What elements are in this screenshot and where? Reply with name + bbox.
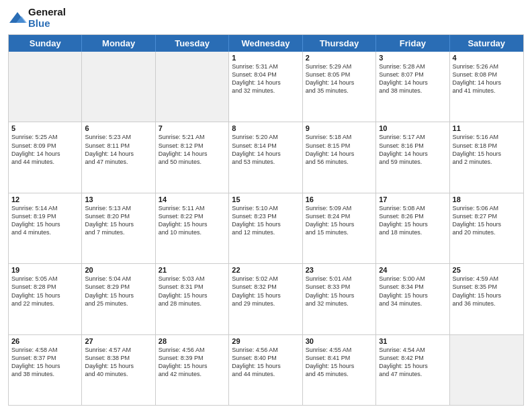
day-cell-4: 4Sunrise: 5:26 AM Sunset: 8:08 PM Daylig… [450, 52, 523, 122]
day-cell-15: 15Sunrise: 5:10 AM Sunset: 8:23 PM Dayli… [229, 193, 302, 263]
calendar-header: SundayMondayTuesdayWednesdayThursdayFrid… [9, 35, 523, 52]
day-number: 31 [379, 337, 446, 345]
day-cell-3: 3Sunrise: 5:28 AM Sunset: 8:07 PM Daylig… [376, 52, 449, 122]
day-info: Sunrise: 5:14 AM Sunset: 8:19 PM Dayligh… [11, 204, 79, 237]
day-number: 13 [85, 195, 152, 203]
day-number: 29 [232, 337, 299, 345]
day-info: Sunrise: 5:11 AM Sunset: 8:22 PM Dayligh… [159, 204, 226, 237]
day-number: 25 [453, 266, 521, 274]
day-cell-25: 25Sunrise: 4:59 AM Sunset: 8:35 PM Dayli… [450, 264, 523, 334]
day-info: Sunrise: 4:57 AM Sunset: 8:38 PM Dayligh… [85, 346, 152, 379]
day-info: Sunrise: 4:56 AM Sunset: 8:40 PM Dayligh… [232, 346, 299, 379]
weekday-header-monday: Monday [82, 35, 155, 52]
empty-cell-0-2 [156, 52, 229, 122]
day-cell-1: 1Sunrise: 5:31 AM Sunset: 8:04 PM Daylig… [229, 52, 302, 122]
day-info: Sunrise: 5:20 AM Sunset: 8:14 PM Dayligh… [232, 133, 299, 166]
day-cell-6: 6Sunrise: 5:23 AM Sunset: 8:11 PM Daylig… [82, 122, 155, 192]
day-info: Sunrise: 4:56 AM Sunset: 8:39 PM Dayligh… [159, 346, 226, 379]
day-info: Sunrise: 4:59 AM Sunset: 8:35 PM Dayligh… [453, 275, 521, 308]
weekday-header-friday: Friday [376, 35, 449, 52]
day-info: Sunrise: 5:09 AM Sunset: 8:24 PM Dayligh… [306, 204, 373, 237]
day-info: Sunrise: 5:01 AM Sunset: 8:33 PM Dayligh… [306, 275, 373, 308]
day-number: 26 [11, 337, 79, 345]
day-info: Sunrise: 4:58 AM Sunset: 8:37 PM Dayligh… [11, 346, 79, 379]
day-cell-11: 11Sunrise: 5:16 AM Sunset: 8:18 PM Dayli… [450, 122, 523, 192]
day-number: 28 [159, 337, 226, 345]
calendar-body: 1Sunrise: 5:31 AM Sunset: 8:04 PM Daylig… [9, 52, 523, 405]
day-cell-13: 13Sunrise: 5:13 AM Sunset: 8:20 PM Dayli… [82, 193, 155, 263]
day-number: 30 [306, 337, 373, 345]
day-info: Sunrise: 5:28 AM Sunset: 8:07 PM Dayligh… [379, 62, 446, 95]
day-number: 10 [379, 124, 446, 132]
day-info: Sunrise: 5:04 AM Sunset: 8:29 PM Dayligh… [85, 275, 152, 308]
page: General Blue SundayMondayTuesdayWednesda… [0, 0, 532, 411]
day-cell-17: 17Sunrise: 5:08 AM Sunset: 8:26 PM Dayli… [376, 193, 449, 263]
day-cell-12: 12Sunrise: 5:14 AM Sunset: 8:19 PM Dayli… [9, 193, 82, 263]
logo: General Blue [8, 7, 66, 29]
day-info: Sunrise: 5:29 AM Sunset: 8:05 PM Dayligh… [306, 62, 373, 95]
day-cell-26: 26Sunrise: 4:58 AM Sunset: 8:37 PM Dayli… [9, 335, 82, 405]
day-number: 15 [232, 195, 299, 203]
day-info: Sunrise: 5:31 AM Sunset: 8:04 PM Dayligh… [232, 62, 299, 95]
day-info: Sunrise: 5:26 AM Sunset: 8:08 PM Dayligh… [453, 62, 521, 95]
day-number: 18 [453, 195, 521, 203]
day-info: Sunrise: 5:05 AM Sunset: 8:28 PM Dayligh… [11, 275, 79, 308]
day-cell-23: 23Sunrise: 5:01 AM Sunset: 8:33 PM Dayli… [303, 264, 376, 334]
day-cell-5: 5Sunrise: 5:25 AM Sunset: 8:09 PM Daylig… [9, 122, 82, 192]
day-number: 19 [11, 266, 79, 274]
day-number: 4 [453, 54, 521, 62]
day-number: 11 [453, 124, 521, 132]
day-number: 17 [379, 195, 446, 203]
day-cell-16: 16Sunrise: 5:09 AM Sunset: 8:24 PM Dayli… [303, 193, 376, 263]
day-cell-24: 24Sunrise: 5:00 AM Sunset: 8:34 PM Dayli… [376, 264, 449, 334]
day-number: 27 [85, 337, 152, 345]
day-cell-29: 29Sunrise: 4:56 AM Sunset: 8:40 PM Dayli… [229, 335, 302, 405]
day-info: Sunrise: 5:13 AM Sunset: 8:20 PM Dayligh… [85, 204, 152, 237]
day-cell-14: 14Sunrise: 5:11 AM Sunset: 8:22 PM Dayli… [156, 193, 229, 263]
day-cell-18: 18Sunrise: 5:06 AM Sunset: 8:27 PM Dayli… [450, 193, 523, 263]
day-cell-10: 10Sunrise: 5:17 AM Sunset: 8:16 PM Dayli… [376, 122, 449, 192]
day-number: 22 [232, 266, 299, 274]
day-info: Sunrise: 5:17 AM Sunset: 8:16 PM Dayligh… [379, 133, 446, 166]
day-number: 14 [159, 195, 226, 203]
weekday-header-thursday: Thursday [303, 35, 376, 52]
day-info: Sunrise: 5:02 AM Sunset: 8:32 PM Dayligh… [232, 275, 299, 308]
calendar-row-0: 1Sunrise: 5:31 AM Sunset: 8:04 PM Daylig… [9, 52, 523, 122]
day-cell-21: 21Sunrise: 5:03 AM Sunset: 8:31 PM Dayli… [156, 264, 229, 334]
day-number: 5 [11, 124, 79, 132]
day-cell-31: 31Sunrise: 4:54 AM Sunset: 8:42 PM Dayli… [376, 335, 449, 405]
day-info: Sunrise: 5:10 AM Sunset: 8:23 PM Dayligh… [232, 204, 299, 237]
day-cell-7: 7Sunrise: 5:21 AM Sunset: 8:12 PM Daylig… [156, 122, 229, 192]
calendar: SundayMondayTuesdayWednesdayThursdayFrid… [8, 34, 524, 406]
day-info: Sunrise: 5:03 AM Sunset: 8:31 PM Dayligh… [159, 275, 226, 308]
day-number: 24 [379, 266, 446, 274]
day-number: 12 [11, 195, 79, 203]
empty-cell-0-0 [9, 52, 82, 122]
day-number: 9 [306, 124, 373, 132]
day-number: 8 [232, 124, 299, 132]
day-info: Sunrise: 5:00 AM Sunset: 8:34 PM Dayligh… [379, 275, 446, 308]
calendar-row-3: 19Sunrise: 5:05 AM Sunset: 8:28 PM Dayli… [9, 264, 523, 334]
day-cell-22: 22Sunrise: 5:02 AM Sunset: 8:32 PM Dayli… [229, 264, 302, 334]
day-cell-30: 30Sunrise: 4:55 AM Sunset: 8:41 PM Dayli… [303, 335, 376, 405]
day-number: 2 [306, 54, 373, 62]
day-info: Sunrise: 5:18 AM Sunset: 8:15 PM Dayligh… [306, 133, 373, 166]
header: General Blue [8, 7, 524, 29]
weekday-header-wednesday: Wednesday [229, 35, 302, 52]
weekday-header-sunday: Sunday [9, 35, 82, 52]
day-number: 1 [232, 54, 299, 62]
weekday-header-tuesday: Tuesday [156, 35, 229, 52]
day-info: Sunrise: 5:21 AM Sunset: 8:12 PM Dayligh… [159, 133, 226, 166]
day-info: Sunrise: 4:55 AM Sunset: 8:41 PM Dayligh… [306, 346, 373, 379]
day-number: 16 [306, 195, 373, 203]
day-cell-9: 9Sunrise: 5:18 AM Sunset: 8:15 PM Daylig… [303, 122, 376, 192]
day-info: Sunrise: 5:06 AM Sunset: 8:27 PM Dayligh… [453, 204, 521, 237]
calendar-row-2: 12Sunrise: 5:14 AM Sunset: 8:19 PM Dayli… [9, 193, 523, 264]
calendar-row-4: 26Sunrise: 4:58 AM Sunset: 8:37 PM Dayli… [9, 335, 523, 405]
day-number: 21 [159, 266, 226, 274]
day-info: Sunrise: 5:25 AM Sunset: 8:09 PM Dayligh… [11, 133, 79, 166]
day-cell-2: 2Sunrise: 5:29 AM Sunset: 8:05 PM Daylig… [303, 52, 376, 122]
logo-line1: General [28, 7, 66, 18]
empty-cell-4-6 [450, 335, 523, 405]
day-number: 20 [85, 266, 152, 274]
